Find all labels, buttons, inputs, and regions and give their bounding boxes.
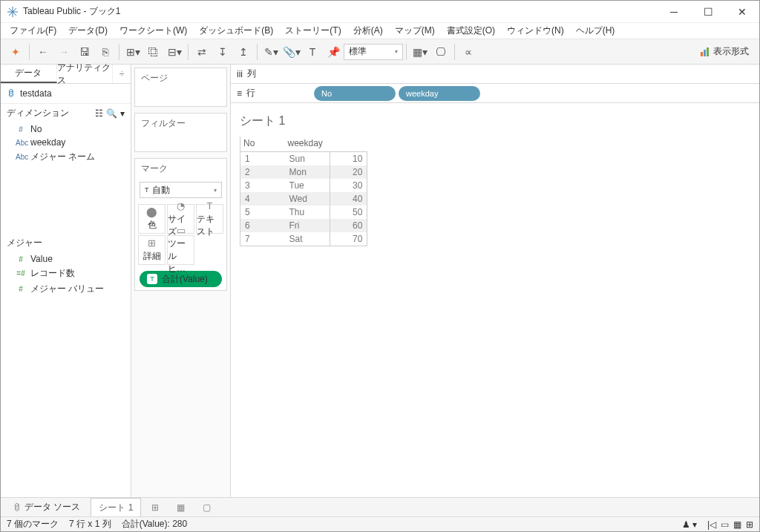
mark-detail[interactable]: ⊞詳細	[138, 235, 166, 265]
share-button[interactable]: ∝	[458, 42, 479, 62]
status-dims: 7 行 x 1 列	[69, 518, 111, 531]
pages-card[interactable]: ページ	[134, 68, 227, 107]
view-icon[interactable]: ☷	[95, 108, 103, 119]
view-mode-icons[interactable]: |◁▭▦⊞	[707, 519, 753, 530]
save-button[interactable]: 🖫	[74, 42, 95, 62]
new-datasource-button[interactable]: ⎘	[95, 42, 116, 62]
marks-card: マーク T自動 ⬤色 ◔サイズ Tテキスト ⊞詳細 ▭ツールヒ… T合計(Val…	[134, 158, 227, 291]
data-pane: データ アナリティクス ÷ 🛢 testdata ディメンション ☷🔍▾ #No…	[1, 65, 131, 497]
tab-data[interactable]: データ	[1, 65, 57, 83]
tableau-icon[interactable]: ✦	[5, 42, 26, 62]
titlebar: Tableau Public - ブック1 ─ ☐ ✕	[1, 1, 759, 23]
swap-button[interactable]: ⇄	[191, 42, 212, 62]
field-no[interactable]: #No	[1, 122, 131, 136]
window-title: Tableau Public - ブック1	[23, 5, 657, 18]
field-measure-names[interactable]: Abcメジャー ネーム	[1, 149, 131, 165]
col-weekday[interactable]: weekday	[285, 137, 330, 152]
present-button[interactable]: 🖵	[430, 42, 451, 62]
menu-dashboard[interactable]: ダッシュボード(B)	[194, 23, 278, 39]
new-worksheet-button[interactable]: ⊞	[144, 499, 166, 516]
rows-shelf[interactable]: ≡行 No weekday	[231, 84, 759, 103]
minimize-button[interactable]: ─	[657, 1, 691, 22]
mark-tooltip[interactable]: ▭ツールヒ…	[167, 235, 194, 265]
table-row[interactable]: 2Mon20	[240, 165, 367, 179]
status-marks: 7 個のマーク	[7, 518, 59, 531]
menu-story[interactable]: ストーリー(T)	[281, 23, 345, 39]
table-row[interactable]: 6Fri60	[240, 219, 367, 232]
new-dashboard-button[interactable]: ▦	[169, 499, 192, 516]
menu-file[interactable]: ファイル(F)	[5, 23, 61, 39]
status-sum: 合計(Value): 280	[122, 518, 187, 531]
database-icon: 🛢	[7, 88, 16, 99]
menu-data[interactable]: データ(D)	[64, 23, 112, 39]
new-sheet-button[interactable]: ⊞▾	[122, 42, 143, 62]
menu-analysis[interactable]: 分析(A)	[349, 23, 387, 39]
marks-type-dropdown[interactable]: T自動	[140, 182, 222, 198]
close-button[interactable]: ✕	[725, 1, 759, 22]
table-row[interactable]: 5Thu50	[240, 206, 367, 219]
new-story-button[interactable]: ▢	[195, 499, 218, 516]
clear-button[interactable]: ⊟▾	[164, 42, 185, 62]
table-row[interactable]: 3Tue30	[240, 179, 367, 192]
pill-no[interactable]: No	[314, 86, 396, 101]
sort-asc-button[interactable]: ↧	[212, 42, 233, 62]
tab-datasource[interactable]: 🛢データ ソース	[5, 498, 88, 516]
pill-weekday[interactable]: weekday	[399, 86, 480, 101]
svg-rect-6	[707, 47, 709, 56]
field-record-count[interactable]: =#レコード数	[1, 266, 131, 281]
col-value[interactable]	[330, 137, 367, 152]
show-me-icon	[700, 47, 710, 57]
menu-format[interactable]: 書式設定(O)	[442, 23, 499, 39]
col-no[interactable]: No	[240, 137, 285, 152]
pane-menu-icon[interactable]: ÷	[113, 65, 131, 83]
menubar: ファイル(F) データ(D) ワークシート(W) ダッシュボード(B) ストーリ…	[1, 23, 759, 39]
dimensions-header: ディメンション ☷🔍▾	[1, 104, 131, 122]
dash-button[interactable]: ▦▾	[410, 42, 430, 62]
table-row[interactable]: 1Sun10	[240, 152, 367, 166]
highlight-button[interactable]: ✎▾	[261, 42, 281, 62]
menu-window[interactable]: ウィンドウ(N)	[502, 23, 569, 39]
labels-button[interactable]: T	[302, 42, 323, 62]
sort-desc-button[interactable]: ↥	[233, 42, 254, 62]
fit-dropdown[interactable]: 標準	[344, 44, 403, 60]
maximize-button[interactable]: ☐	[691, 1, 725, 22]
group-button[interactable]: 📎▾	[281, 42, 302, 62]
svg-rect-4	[701, 52, 703, 56]
field-weekday[interactable]: Abcweekday	[1, 136, 131, 149]
filters-card[interactable]: フィルター	[134, 113, 227, 152]
mark-color[interactable]: ⬤色	[138, 204, 166, 234]
new-story-icon: ▢	[203, 502, 211, 513]
size-icon: ◔	[177, 200, 185, 211]
table-row[interactable]: 7Sat70	[240, 232, 367, 246]
user-icon[interactable]: ♟ ▾	[682, 519, 697, 530]
columns-icon: iii	[237, 69, 243, 79]
tab-analytics[interactable]: アナリティクス	[57, 65, 114, 83]
new-dashboard-icon: ▦	[177, 502, 185, 513]
datasource-item[interactable]: 🛢 testdata	[1, 84, 131, 104]
field-value[interactable]: #Value	[1, 252, 131, 266]
pill-sum-value[interactable]: T合計(Value)	[140, 271, 222, 287]
text-mark-icon: T	[147, 274, 157, 284]
field-measure-values[interactable]: #メジャー バリュー	[1, 281, 131, 297]
search-icon[interactable]: 🔍	[106, 108, 117, 119]
table-row[interactable]: 4Wed40	[240, 192, 367, 206]
new-sheet-icon: ⊞	[151, 502, 159, 513]
sheet-title[interactable]: シート 1	[240, 114, 750, 129]
menu-worksheet[interactable]: ワークシート(W)	[115, 23, 191, 39]
menu-help[interactable]: ヘルプ(H)	[571, 23, 620, 39]
undo-button[interactable]: ←	[33, 42, 53, 62]
redo-button[interactable]: →	[53, 42, 74, 62]
detail-icon: ⊞	[148, 237, 156, 249]
mark-text[interactable]: Tテキスト	[196, 204, 223, 234]
menu-map[interactable]: マップ(M)	[390, 23, 439, 39]
tab-sheet1[interactable]: シート 1	[91, 498, 141, 517]
result-table: No weekday 1Sun102Mon203Tue304Wed405Thu5…	[240, 137, 367, 246]
duplicate-button[interactable]: ⿻	[143, 42, 164, 62]
tableau-logo-icon	[7, 6, 19, 18]
toolbar: ✦ ← → 🖫 ⎘ ⊞▾ ⿻ ⊟▾ ⇄ ↧ ↥ ✎▾ 📎▾ T 📌 標準 ▦▾ …	[1, 39, 759, 65]
datasource-icon: 🛢	[13, 502, 22, 513]
show-me-button[interactable]: 表示形式	[694, 45, 755, 58]
cards-column: ページ フィルター マーク T自動 ⬤色 ◔サイズ Tテキスト ⊞詳細 ▭ツール…	[131, 65, 231, 497]
pin-button[interactable]: 📌	[323, 42, 344, 62]
columns-shelf[interactable]: iii列	[231, 65, 759, 84]
